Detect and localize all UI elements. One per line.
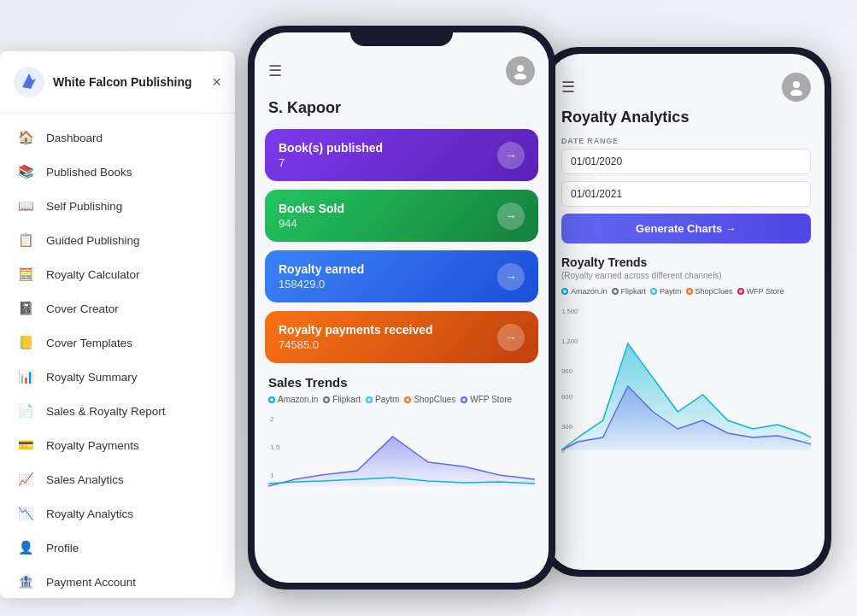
- right-legend-item-paytm: Paytm: [650, 287, 682, 296]
- card-text-books-sold: Books Sold 944: [279, 202, 344, 230]
- chart-legend: Amazon.inFlipkartPaytmShopCluesWFP Store: [268, 395, 535, 404]
- sidebar-label-sales-analytics: Sales Analytics: [46, 473, 124, 486]
- analytics-content: Royalty Analytics DATE RANGE Generate Ch…: [548, 109, 825, 570]
- legend-dot: [366, 396, 373, 403]
- royalty-summary-icon: 📊: [17, 369, 34, 384]
- stat-card-books-published[interactable]: Book(s) published 7 →: [265, 129, 538, 181]
- card-label-books-sold: Books Sold: [279, 202, 344, 215]
- sidebar-item-payment-account[interactable]: 🏦 Payment Account: [0, 565, 235, 598]
- chart-area-right: 1,500 1,200 900 600 300 0: [561, 301, 811, 455]
- card-value-royalty-received: 74585.0: [279, 338, 433, 351]
- legend-dot: [404, 396, 411, 403]
- right-legend: Amazon.inFlipkartPaytmShopCluesWFP Store: [561, 287, 811, 296]
- svg-text:300: 300: [561, 423, 573, 431]
- payment-account-icon: 🏦: [17, 574, 34, 590]
- phone-notch: [350, 26, 453, 46]
- sidebar-label-payment-account: Payment Account: [46, 576, 136, 589]
- sidebar-label-published-books: Published Books: [46, 166, 132, 179]
- sidebar-item-royalty-calc[interactable]: 🧮 Royalty Calculator: [0, 257, 235, 291]
- sidebar-label-self-publishing: Self Publishing: [46, 200, 122, 213]
- legend-item-wfp-store: WFP Store: [461, 395, 512, 404]
- sidebar-item-royalty-summary[interactable]: 📊 Royalty Summary: [0, 360, 235, 394]
- sidebar-label-royalty-calc: Royalty Calculator: [46, 268, 140, 281]
- sidebar-label-cover-templates: Cover Templates: [46, 337, 132, 349]
- hamburger-icon[interactable]: ☰: [268, 62, 282, 80]
- user-name: S. Kapoor: [255, 94, 549, 129]
- scene: White Falcon Publishing × 🏠 Dashboard📚 P…: [0, 0, 857, 616]
- sidebar-label-cover-creator: Cover Creator: [46, 302, 119, 315]
- date-to-input[interactable]: [561, 181, 811, 207]
- card-arrow-books-sold[interactable]: →: [497, 202, 525, 230]
- royalty-payments-icon: 💳: [17, 437, 34, 453]
- generate-charts-button[interactable]: Generate Charts →: [561, 214, 811, 243]
- card-arrow-books-published[interactable]: →: [497, 142, 525, 169]
- svg-point-6: [793, 81, 800, 88]
- chart-section: Sales Trends Amazon.inFlipkartPaytmShopC…: [255, 363, 549, 488]
- sidebar-item-self-publishing[interactable]: 📖 Self Publishing: [0, 189, 235, 223]
- card-arrow-royalty-received[interactable]: →: [497, 324, 525, 351]
- sidebar-item-cover-templates[interactable]: 📒 Cover Templates: [0, 326, 235, 360]
- svg-text:600: 600: [561, 393, 573, 401]
- sidebar-label-dashboard: Dashboard: [46, 132, 103, 144]
- sidebar-item-cover-creator[interactable]: 📓 Cover Creator: [0, 291, 235, 326]
- legend-item-flipkart: Flipkart: [323, 395, 361, 404]
- card-text-books-published: Book(s) published 7: [279, 141, 383, 169]
- profile-icon: 👤: [17, 540, 34, 555]
- legend-dot: [323, 396, 330, 403]
- sidebar-item-royalty-payments[interactable]: 💳 Royalty Payments: [0, 428, 235, 462]
- chart-title: Sales Trends: [268, 375, 535, 390]
- royalty-calc-icon: 🧮: [17, 267, 34, 282]
- right-legend-item-flipkart: Flipkart: [612, 287, 647, 296]
- card-arrow-royalty-earned[interactable]: →: [497, 263, 525, 290]
- sidebar-item-dashboard[interactable]: 🏠 Dashboard: [0, 120, 235, 155]
- brand-name: White Falcon Publishing: [53, 75, 192, 89]
- analytics-title: Royalty Analytics: [561, 109, 811, 126]
- card-label-books-published: Book(s) published: [279, 141, 383, 155]
- legend-item-paytm: Paytm: [366, 395, 399, 404]
- right-avatar: [782, 73, 811, 102]
- sales-analytics-icon: 📈: [17, 472, 34, 487]
- date-from-input[interactable]: [561, 149, 811, 174]
- cover-creator-icon: 📓: [17, 301, 34, 316]
- sidebar-item-guided-publishing[interactable]: 📋 Guided Publishing: [0, 223, 235, 257]
- svg-text:1.5: 1.5: [270, 443, 280, 451]
- svg-point-7: [790, 90, 802, 96]
- royalty-analytics-icon: 📉: [17, 506, 34, 521]
- sales-report-icon: 📄: [17, 403, 34, 419]
- sidebar-item-sales-analytics[interactable]: 📈 Sales Analytics: [0, 462, 235, 496]
- card-value-books-published: 7: [279, 156, 383, 169]
- stat-card-books-sold[interactable]: Books Sold 944 →: [265, 190, 538, 242]
- svg-text:900: 900: [561, 367, 573, 375]
- legend-dot: [650, 288, 657, 295]
- svg-text:1,500: 1,500: [561, 308, 578, 315]
- nav-list: 🏠 Dashboard📚 Published Books📖 Self Publi…: [0, 114, 235, 598]
- brand-container: White Falcon Publishing: [14, 67, 192, 97]
- card-value-royalty-earned: 158429.0: [279, 278, 364, 290]
- sidebar-panel: White Falcon Publishing × 🏠 Dashboard📚 P…: [0, 51, 235, 598]
- cover-templates-icon: 📒: [17, 335, 34, 350]
- right-topbar: ☰: [548, 54, 825, 109]
- chart-area-small: 2 1.5 1: [268, 411, 535, 488]
- date-range-label: DATE RANGE: [561, 137, 811, 145]
- legend-item-amazon-in: Amazon.in: [268, 395, 318, 404]
- right-hamburger-icon[interactable]: ☰: [561, 78, 575, 97]
- sidebar-header: White Falcon Publishing ×: [0, 51, 235, 114]
- sidebar-item-published-books[interactable]: 📚 Published Books: [0, 155, 235, 189]
- phone-right: ☰ Royalty Analytics DATE RANGE Generate …: [541, 47, 831, 577]
- close-sidebar-button[interactable]: ×: [212, 73, 221, 91]
- card-text-royalty-earned: Royalty earned 158429.0: [279, 262, 364, 290]
- stat-card-royalty-received[interactable]: Royalty payments received 74585.0 →: [265, 311, 538, 363]
- card-label-royalty-earned: Royalty earned: [279, 262, 364, 276]
- sidebar-label-royalty-payments: Royalty Payments: [46, 439, 139, 452]
- legend-dot: [737, 288, 744, 295]
- self-publishing-icon: 📖: [17, 198, 34, 214]
- phone-middle: ☰ S. Kapoor Book(s) published 7 → Books …: [248, 26, 555, 590]
- stat-card-royalty-earned[interactable]: Royalty earned 158429.0 →: [265, 250, 538, 302]
- brand-logo-icon: [14, 67, 44, 97]
- sidebar-item-royalty-analytics[interactable]: 📉 Royalty Analytics: [0, 496, 235, 531]
- trends-title: Royalty Trends: [561, 255, 811, 269]
- svg-point-1: [517, 65, 524, 72]
- avatar: [506, 56, 535, 85]
- sidebar-item-profile[interactable]: 👤 Profile: [0, 531, 235, 565]
- sidebar-item-sales-report[interactable]: 📄 Sales & Royalty Report: [0, 394, 235, 428]
